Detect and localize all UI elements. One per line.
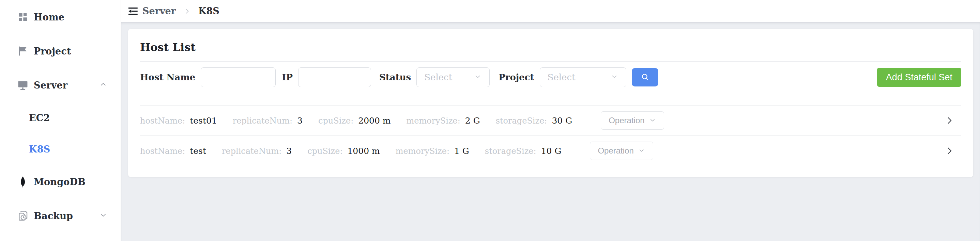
sidebar: Home Project Server EC2 K8S [0, 0, 121, 241]
host-name-input[interactable] [201, 67, 276, 87]
sidebar-item-project[interactable]: Project [0, 34, 121, 68]
sidebar-item-label: Home [34, 12, 64, 22]
sidebar-item-label: Project [34, 46, 71, 57]
host-row[interactable]: hostName:test replicateNum:3 cpuSize:100… [140, 136, 961, 166]
hostname-value: test [190, 146, 206, 156]
status-label: Status [379, 72, 411, 82]
hostname-value: test01 [190, 116, 217, 125]
hostname-label: hostName: [140, 146, 185, 156]
sidebar-item-backup[interactable]: Backup [0, 199, 121, 233]
sidebar-item-server[interactable]: Server [0, 68, 121, 102]
status-select-placeholder: Select [424, 72, 452, 82]
cpusize-value: 2000 m [358, 116, 390, 125]
operation-label: Operation [609, 116, 644, 125]
search-icon [640, 72, 650, 83]
chevron-right-icon [183, 8, 191, 15]
leaf-icon [16, 176, 29, 187]
sidebar-item-mongodb[interactable]: MongoDB [0, 165, 121, 199]
chevron-up-icon[interactable] [99, 80, 108, 90]
sidebar-item-label: K8S [29, 144, 50, 155]
memorysize-label: memorySize: [396, 146, 449, 156]
sidebar-item-ec2[interactable]: EC2 [0, 102, 121, 133]
operation-dropdown-button[interactable]: Operation [601, 111, 664, 130]
status-select[interactable]: Select [417, 67, 490, 87]
monitor-icon [16, 79, 29, 91]
sidebar-item-home[interactable]: Home [0, 0, 121, 34]
ip-label: IP [282, 72, 293, 82]
host-list-card: Host List Host Name IP Status Select Pro… [128, 29, 973, 177]
row-expand-chevron-right-icon[interactable] [944, 116, 955, 125]
replicatenum-label: replicateNum: [222, 146, 282, 156]
flag-icon [16, 45, 29, 57]
sidebar-item-label: Server [34, 80, 67, 90]
chevron-down-icon [649, 116, 656, 125]
project-label: Project [498, 72, 534, 82]
sidebar-item-label: EC2 [29, 113, 50, 123]
replicatenum-label: replicateNum: [233, 116, 293, 125]
chevron-down-icon [610, 73, 619, 82]
memorysize-value: 2 G [465, 116, 480, 125]
project-select[interactable]: Select [540, 67, 626, 87]
storagesize-value: 30 G [552, 116, 572, 125]
top-header: Server K8S [121, 0, 980, 22]
menu-fold-icon[interactable] [126, 5, 140, 18]
replicatenum-value: 3 [286, 146, 292, 156]
breadcrumb-server[interactable]: Server [142, 6, 176, 16]
backup-clock-icon [16, 210, 29, 222]
cpusize-label: cpuSize: [318, 116, 353, 125]
add-stateful-set-button[interactable]: Add Stateful Set [877, 68, 961, 87]
operation-label: Operation [598, 146, 633, 155]
divider [140, 166, 961, 166]
storagesize-label: storageSize: [485, 146, 536, 156]
row-expand-chevron-right-icon[interactable] [944, 146, 955, 156]
chevron-down-icon [638, 147, 645, 155]
sidebar-item-label: Backup [34, 211, 73, 221]
filter-bar: Host Name IP Status Select Project Selec… [140, 67, 961, 87]
breadcrumb-k8s[interactable]: K8S [198, 6, 220, 16]
cpusize-value: 1000 m [347, 146, 380, 156]
app-window: Home Project Server EC2 K8S [0, 0, 980, 241]
ip-input[interactable] [298, 67, 371, 87]
operation-dropdown-button[interactable]: Operation [590, 142, 653, 160]
chevron-down-icon [474, 73, 482, 82]
cpusize-label: cpuSize: [307, 146, 342, 156]
chevron-down-icon[interactable] [99, 211, 108, 221]
sidebar-item-label: MongoDB [34, 177, 86, 187]
hostname-label: hostName: [140, 116, 185, 125]
page-title: Host List [140, 29, 961, 54]
replicatenum-value: 3 [297, 116, 302, 125]
sidebar-item-k8s[interactable]: K8S [0, 133, 121, 165]
storagesize-value: 10 G [541, 146, 562, 156]
memorysize-value: 1 G [454, 146, 469, 156]
breadcrumb: Server K8S [142, 6, 220, 16]
host-row[interactable]: hostName:test01 replicateNum:3 cpuSize:2… [140, 106, 961, 135]
content-area: Host List Host Name IP Status Select Pro… [121, 22, 980, 241]
search-button[interactable] [632, 68, 658, 86]
host-name-label: Host Name [140, 72, 195, 82]
grid-icon [16, 11, 29, 23]
divider [140, 61, 961, 62]
memorysize-label: memorySize: [407, 116, 460, 125]
storagesize-label: storageSize: [496, 116, 547, 125]
project-select-placeholder: Select [547, 72, 576, 82]
